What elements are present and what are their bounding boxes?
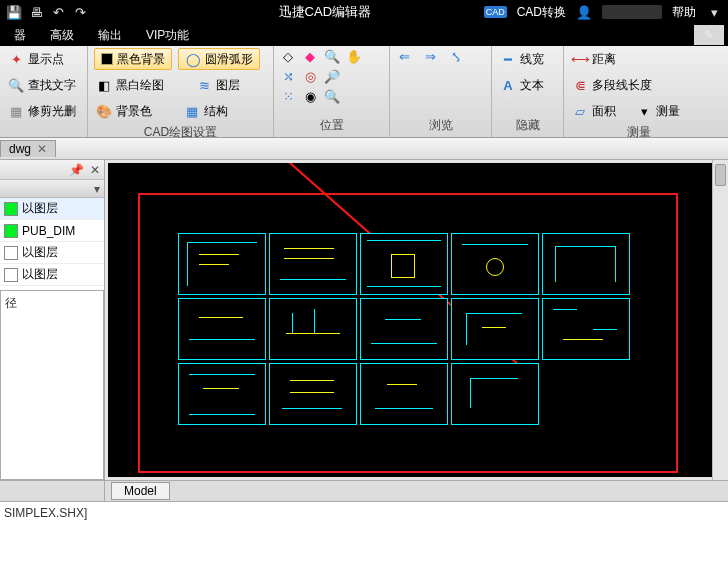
drawing-tile	[360, 298, 448, 360]
text-icon: A	[500, 77, 516, 93]
nav-upleft-icon[interactable]: ⤣	[448, 48, 464, 64]
find-icon: 🔍	[8, 77, 24, 93]
cad-convert-link[interactable]: CAD转换	[517, 4, 566, 21]
layers-icon: ≋	[196, 77, 212, 93]
polylen-button[interactable]: ⋐多段线长度	[570, 74, 654, 96]
shx-box: 径	[0, 290, 104, 480]
print-icon[interactable]: 🖶	[28, 4, 44, 20]
swatch	[4, 268, 18, 282]
drawing-tile	[360, 233, 448, 295]
trim-icon: ▦	[8, 103, 24, 119]
zoom-sel-icon[interactable]: 🔍	[324, 88, 340, 104]
drawing-tile	[451, 233, 539, 295]
drawing-tile	[451, 298, 539, 360]
black-bg-icon	[101, 53, 113, 65]
close-icon[interactable]: ✕	[37, 142, 47, 156]
drawing-tile	[269, 298, 357, 360]
bw-draw-button[interactable]: ◧黑白绘图	[94, 74, 166, 96]
ribbon: ✦显示点 🔍查找文字 ▦修剪光删 黑色背景 ◯圆滑弧形 ◧黑白绘图 ≋图层 🎨背…	[0, 46, 728, 138]
bgcolor-icon: 🎨	[96, 103, 112, 119]
edit-pencil-icon[interactable]: ✎	[694, 25, 724, 45]
layers-header: ▾	[0, 180, 104, 198]
area-button[interactable]: ▱面积	[570, 100, 618, 122]
show-points-icon: ✦	[8, 51, 24, 67]
distance-icon: ⟷	[572, 51, 588, 67]
redo-icon[interactable]: ↷	[72, 4, 88, 20]
zoom-area-icon[interactable]: ◆	[302, 48, 318, 64]
swap-icon[interactable]: ⤭	[280, 68, 296, 84]
vertical-scrollbar[interactable]	[712, 160, 728, 480]
pan-icon[interactable]: ✋	[346, 48, 362, 64]
dropdown-icon[interactable]: ▾	[706, 4, 722, 20]
structure-button[interactable]: ▦结构	[182, 100, 230, 122]
zoom-fit-icon[interactable]: ◇	[280, 48, 296, 64]
group-measure-title: 测量	[570, 122, 708, 144]
nav-left-icon[interactable]: ⇐	[396, 48, 412, 64]
app-title: 迅捷CAD编辑器	[166, 3, 484, 21]
arc-icon: ◯	[185, 51, 201, 67]
help-label[interactable]: 帮助	[672, 4, 696, 21]
group-browse-title: 浏览	[396, 115, 485, 137]
side-panel: 📌 ✕ ▾ 以图层 PUB_DIM 以图层 以图层 径	[0, 160, 105, 480]
menu-item-0[interactable]: 器	[4, 25, 36, 46]
drawing-tile	[178, 298, 266, 360]
drawing-tile	[178, 233, 266, 295]
dots-icon[interactable]: ⁙	[280, 88, 296, 104]
bw-icon: ◧	[96, 77, 112, 93]
smooth-arc-button[interactable]: ◯圆滑弧形	[178, 48, 260, 70]
swatch	[4, 224, 18, 238]
panel-top: 📌 ✕	[0, 160, 104, 180]
layers-button[interactable]: ≋图层	[194, 74, 242, 96]
show-points-button[interactable]: ✦显示点	[6, 48, 81, 70]
layer-row[interactable]: PUB_DIM	[0, 220, 104, 242]
group-cad-settings-title: CAD绘图设置	[94, 122, 267, 144]
zoom-out-icon[interactable]: 🔎	[324, 68, 340, 84]
drawing-tile	[360, 363, 448, 425]
text-button[interactable]: A文本	[498, 74, 557, 96]
doc-tab[interactable]: dwg ✕	[0, 140, 56, 157]
drawing-tile	[542, 233, 630, 295]
black-bg-button[interactable]: 黑色背景	[94, 48, 172, 70]
menu-item-output[interactable]: 输出	[88, 25, 132, 46]
layers-list: 以图层 PUB_DIM 以图层 以图层	[0, 198, 104, 286]
structure-icon: ▦	[184, 103, 200, 119]
drawing-tile	[178, 363, 266, 425]
distance-button[interactable]: ⟷距离	[570, 48, 618, 70]
line-width-button[interactable]: ━线宽	[498, 48, 557, 70]
main: 📌 ✕ ▾ 以图层 PUB_DIM 以图层 以图层 径	[0, 160, 728, 480]
model-tab[interactable]: Model	[111, 482, 170, 500]
zoom-in-icon[interactable]: 🔍	[324, 48, 340, 64]
drawing-tile	[451, 363, 539, 425]
drawing-canvas[interactable]	[108, 163, 725, 477]
pin-icon[interactable]: 📌	[69, 163, 84, 177]
swatch	[4, 202, 18, 216]
menu-item-advanced[interactable]: 高级	[40, 25, 84, 46]
menubar: 器 高级 输出 VIP功能 ✎	[0, 24, 728, 46]
user-icon[interactable]: 👤	[576, 4, 592, 20]
swatch	[4, 246, 18, 260]
measure-button[interactable]: ▾测量	[634, 100, 682, 122]
chevron-down-icon[interactable]: ▾	[94, 182, 100, 196]
statusbar: SIMPLEX.SHX]	[0, 502, 728, 524]
save-icon[interactable]: 💾	[6, 4, 22, 20]
find-text-button[interactable]: 🔍查找文字	[6, 74, 81, 96]
drawing-tile	[269, 233, 357, 295]
polylen-icon: ⋐	[572, 77, 588, 93]
doc-tab-label: dwg	[9, 142, 31, 156]
group-blank-title	[6, 122, 81, 141]
scrollbar-thumb[interactable]	[715, 164, 726, 186]
layer-row[interactable]: 以图层	[0, 264, 104, 286]
circle-zoom-icon[interactable]: ◉	[302, 88, 318, 104]
measure-icon: ▾	[636, 103, 652, 119]
nav-right-icon[interactable]: ⇒	[422, 48, 438, 64]
undo-icon[interactable]: ↶	[50, 4, 66, 20]
layer-row[interactable]: 以图层	[0, 242, 104, 264]
trim-button[interactable]: ▦修剪光删	[6, 100, 81, 122]
close-panel-icon[interactable]: ✕	[90, 163, 100, 177]
menu-item-vip[interactable]: VIP功能	[136, 25, 199, 46]
target-icon[interactable]: ◎	[302, 68, 318, 84]
layer-row[interactable]: 以图层	[0, 198, 104, 220]
user-slot	[602, 5, 662, 19]
drawing-tile	[542, 298, 630, 360]
bg-color-button[interactable]: 🎨背景色	[94, 100, 154, 122]
